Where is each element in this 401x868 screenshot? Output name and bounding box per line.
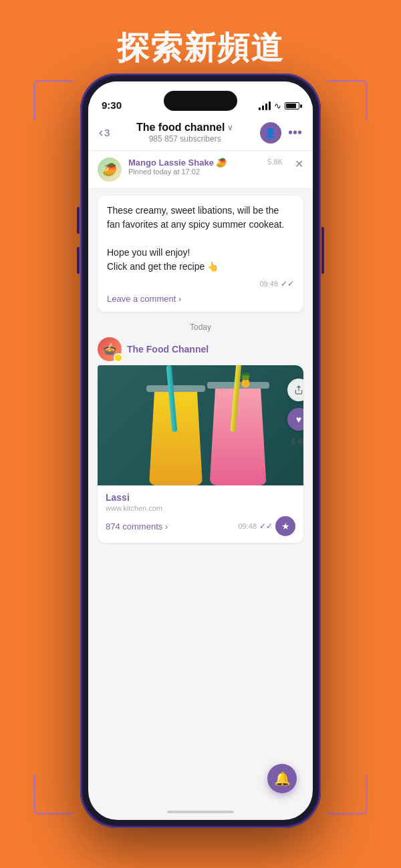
pinned-message-bar: 🥭 Mango Lassie Shake 🥭 Pinned today at 1… — [88, 151, 313, 189]
close-pinned-button[interactable]: ✕ — [295, 158, 303, 170]
page-title: 探索新頻道 — [0, 0, 401, 69]
signal-bar-3 — [265, 103, 267, 110]
pinned-avatar: 🥭 — [98, 158, 122, 182]
corner-decoration-tl — [33, 80, 74, 120]
battery-icon — [285, 102, 299, 110]
channel-title: The food channel — [136, 122, 225, 134]
header-title-row: The food channel ∨ — [115, 122, 255, 134]
post-link[interactable]: Lassi — [106, 492, 295, 503]
pinned-subtitle: Pinned today at 17:02 — [128, 168, 261, 176]
heart-icon: ♥ — [296, 414, 301, 425]
header-chevron-icon: ∨ — [227, 123, 233, 132]
signal-bar-4 — [269, 101, 271, 110]
power-button — [321, 227, 324, 274]
post-avatar-badge: ⭐ — [114, 353, 123, 363]
header-actions: + 👤 ••• — [260, 122, 302, 144]
signal-bar-1 — [259, 107, 261, 110]
corner-decoration-tr — [327, 80, 368, 120]
corner-decoration-bl — [33, 775, 74, 815]
channel-header: ‹ 3 The food channel ∨ 985 857 subscribe… — [88, 116, 313, 151]
pink-glass — [210, 382, 267, 485]
pinned-author: Mango Lassie Shake 🥭 — [128, 158, 261, 168]
like-count: 6.4K — [291, 437, 303, 445]
person-icon: 👤 — [265, 128, 276, 138]
yellow-glass-body — [149, 392, 203, 485]
back-count: 3 — [104, 127, 110, 138]
message-footer: 09:48 ✓✓ — [107, 279, 294, 288]
signal-bar-2 — [262, 105, 264, 110]
status-icons: ∿ — [259, 101, 299, 111]
pinned-views: 5.8K — [267, 158, 283, 166]
post-bubble: 🍍 ♥ 6.4K — [98, 365, 303, 543]
bookmark-button[interactable]: ★ — [275, 516, 295, 536]
today-divider: Today — [88, 317, 313, 337]
signal-icon — [259, 101, 271, 110]
pinned-content: Mango Lassie Shake 🥭 Pinned today at 17:… — [128, 158, 261, 178]
share-button[interactable] — [287, 379, 303, 401]
header-center: The food channel ∨ 985 857 subscribers — [115, 122, 255, 144]
phone-frame: 9:30 ∿ ‹ 3 — [80, 73, 321, 828]
plus-icon: + — [277, 120, 283, 130]
channel-post: 🍲 ⭐ The Food Channel — [98, 337, 303, 543]
status-time: 9:30 — [102, 99, 122, 111]
comments-button[interactable]: 874 comments › — [106, 521, 168, 531]
pineapple-decoration: 🍍 — [237, 372, 254, 388]
message-time: 09:48 — [259, 280, 278, 288]
like-button[interactable]: ♥ — [287, 408, 303, 431]
yellow-glass-rim — [146, 385, 205, 392]
wifi-icon: ∿ — [274, 101, 281, 111]
leave-comment-button[interactable]: Leave a comment › — [107, 294, 294, 304]
post-time-row: 09:48 ✓✓ ★ — [238, 516, 295, 536]
home-indicator — [167, 811, 234, 813]
post-side-actions: ♥ 6.4K — [287, 379, 303, 445]
volume-down-button — [77, 247, 80, 274]
post-avatar: 🍲 ⭐ — [98, 337, 122, 361]
corner-decoration-br — [327, 775, 368, 815]
back-chevron-icon: ‹ — [99, 126, 103, 140]
post-url: www.kitchen.com — [106, 504, 295, 512]
post-author-name: The Food Channel — [127, 344, 209, 355]
yellow-glass — [149, 385, 203, 485]
post-footer: 874 comments › 09:48 ✓✓ ★ — [106, 516, 295, 536]
read-tick-icon: ✓✓ — [281, 279, 294, 288]
dynamic-island — [164, 91, 237, 111]
subscriber-count: 985 857 subscribers — [115, 134, 255, 144]
more-options-button[interactable]: ••• — [288, 125, 302, 140]
post-image: 🍍 — [98, 365, 303, 485]
message-bubble: These creamy, sweet libations, will be t… — [98, 196, 303, 312]
post-read-tick: ✓✓ — [259, 521, 273, 531]
message-text: These creamy, sweet libations, will be t… — [107, 204, 294, 274]
add-member-button[interactable]: + 👤 — [260, 122, 281, 144]
back-button[interactable]: ‹ 3 — [99, 126, 110, 140]
battery-fill — [286, 103, 296, 108]
post-content: Lassi www.kitchen.com 874 comments › 09:… — [98, 485, 303, 543]
post-time: 09:48 — [238, 522, 257, 530]
bell-icon: 🔔 — [274, 771, 291, 787]
notification-bell-fab[interactable]: 🔔 — [267, 764, 297, 793]
post-author-row: 🍲 ⭐ The Food Channel — [98, 337, 303, 361]
volume-up-button — [77, 207, 80, 234]
